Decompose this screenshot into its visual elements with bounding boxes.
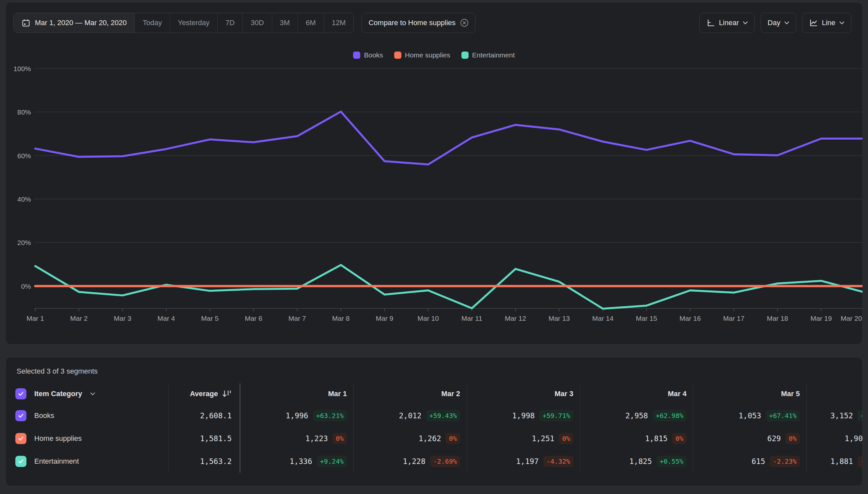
day-value: 615 xyxy=(752,457,765,466)
segment-cell: Home supplies xyxy=(15,427,169,450)
chart-type-dropdown-label: Line xyxy=(822,19,835,27)
chart-type-dropdown[interactable]: Line xyxy=(802,13,851,33)
date-range-group: Mar 1, 2020 — Mar 20, 2020 Today Yesterd… xyxy=(13,13,354,33)
x-axis-tick-label: Mar 14 xyxy=(592,315,614,322)
day-value: 1,251 xyxy=(532,434,554,443)
x-axis-tick-label: Mar 10 xyxy=(418,315,439,322)
quick-range-7d[interactable]: 7D xyxy=(217,13,243,33)
x-axis-tick-label: Mar 13 xyxy=(549,315,570,322)
day-header-cell xyxy=(807,383,863,404)
toolbar: Mar 1, 2020 — Mar 20, 2020 Today Yesterd… xyxy=(13,13,851,33)
quick-range-3m[interactable]: 3M xyxy=(272,13,298,33)
change-badge: +63.21% xyxy=(313,410,347,421)
quick-range-30d[interactable]: 30D xyxy=(243,13,271,33)
day-value: 1,998 xyxy=(512,412,534,420)
x-axis-tick-label: Mar 3 xyxy=(114,315,132,322)
y-axis-tick-label: 60% xyxy=(17,152,31,159)
day-value-cell: 1,8150% xyxy=(580,427,694,450)
quick-range-6m[interactable]: 6M xyxy=(298,13,324,33)
day-value-cell: 1,336+9.24% xyxy=(241,450,354,473)
legend-item[interactable]: Home supplies xyxy=(394,51,450,59)
day-header-cell: Mar 5 xyxy=(694,383,807,404)
checkmark-icon xyxy=(19,393,23,396)
x-axis-tick-label: Mar 19 xyxy=(811,315,832,322)
legend-swatch xyxy=(353,52,360,59)
change-badge: -4.32% xyxy=(543,456,573,467)
day-value: 3,152 xyxy=(830,412,853,420)
table-header-row: Item CategoryAverageMar 1Mar 2Mar 3Mar 4… xyxy=(15,383,863,404)
x-axis-tick-label: Mar 20 xyxy=(841,315,862,322)
day-value: 629 xyxy=(767,434,781,443)
day-value: 1,336 xyxy=(290,457,312,466)
day-value-cell: 1,90 xyxy=(807,427,863,450)
average-value: 1,563.2 xyxy=(200,457,232,466)
change-badge: 0% xyxy=(786,433,800,444)
x-axis-tick-label: Mar 11 xyxy=(461,315,482,322)
scale-dropdown[interactable]: Linear xyxy=(699,13,755,33)
change-badge: +0.55% xyxy=(657,456,686,467)
day-value-cell: 1,996+63.21% xyxy=(241,404,354,427)
average-cell: 1,581.5 xyxy=(169,427,241,450)
y-axis-tick-label: 40% xyxy=(17,195,31,203)
day-value: 1,825 xyxy=(629,457,652,466)
segments-table-card: Selected 3 of 3 segments Item CategoryAv… xyxy=(5,357,863,486)
quick-range-12m[interactable]: 12M xyxy=(324,13,354,33)
day-value: 1,228 xyxy=(403,457,426,466)
day-header-label: Mar 3 xyxy=(555,390,573,398)
x-axis-tick-label: Mar 15 xyxy=(636,315,657,322)
x-axis-tick-label: Mar 12 xyxy=(505,315,526,322)
legend-item[interactable]: Entertainment xyxy=(461,51,515,59)
change-badge: +59.71% xyxy=(540,410,573,421)
average-header-label: Average xyxy=(190,390,218,398)
segment-checkbox[interactable] xyxy=(15,433,26,444)
day-value: 1,996 xyxy=(285,412,308,420)
segment-checkbox[interactable] xyxy=(15,410,26,421)
change-badge: 0% xyxy=(672,433,686,444)
day-value-cell: 2,958+62.98% xyxy=(580,404,694,427)
average-header-cell[interactable]: Average xyxy=(169,383,241,404)
legend-item[interactable]: Books xyxy=(353,51,383,59)
day-value: 1,90 xyxy=(845,434,863,443)
day-header-cell: Mar 4 xyxy=(580,383,694,404)
line-chart-icon xyxy=(809,19,818,27)
x-axis-tick-label: Mar 7 xyxy=(288,315,306,322)
average-value: 2,608.1 xyxy=(200,412,232,420)
sort-descending-icon[interactable] xyxy=(222,390,232,398)
average-value: 1,581.5 xyxy=(200,434,232,443)
remove-compare-icon[interactable] xyxy=(460,19,469,27)
day-value-cell: 615-2.23% xyxy=(694,450,807,473)
x-axis-tick-label: Mar 18 xyxy=(767,315,788,322)
day-value-cell: 1,228-2.69% xyxy=(354,450,467,473)
quick-range-today[interactable]: Today xyxy=(134,13,170,33)
day-value-cell: 2,012+59.43% xyxy=(354,404,467,427)
day-value: 1,881 xyxy=(830,457,853,466)
chevron-down-icon xyxy=(743,21,748,24)
day-value-cell: 1,998+59.71% xyxy=(467,404,580,427)
y-axis-tick-label: 20% xyxy=(17,239,31,246)
y-axis-tick-label: 100% xyxy=(13,65,31,72)
day-header-cell: Mar 1 xyxy=(241,383,354,404)
chevron-down-icon[interactable] xyxy=(90,392,95,396)
compare-chip[interactable]: Compare to Home supplies xyxy=(362,13,475,33)
change-badge: +59.43% xyxy=(426,410,460,421)
segment-label: Entertainment xyxy=(34,457,79,466)
table-row: Home supplies1,581.51,2230%1,2620%1,2510… xyxy=(15,427,863,450)
day-value: 1,262 xyxy=(419,434,441,443)
day-header-label: Mar 2 xyxy=(441,390,460,398)
segment-checkbox[interactable] xyxy=(15,456,26,467)
quick-range-yesterday[interactable]: Yesterday xyxy=(170,13,217,33)
date-range-button[interactable]: Mar 1, 2020 — Mar 20, 2020 xyxy=(14,13,134,33)
segments-table: Item CategoryAverageMar 1Mar 2Mar 3Mar 4… xyxy=(15,383,863,473)
legend-label: Books xyxy=(364,51,383,59)
x-axis-tick-label: Mar 5 xyxy=(201,315,219,322)
day-value-cell: 3,152+6 xyxy=(807,404,863,427)
granularity-dropdown[interactable]: Day xyxy=(761,13,796,33)
day-value: 1,223 xyxy=(305,434,328,443)
x-axis-tick-label: Mar 8 xyxy=(332,315,350,322)
day-value-cell: 1,2230% xyxy=(241,427,354,450)
change-badge: +67.41% xyxy=(766,410,800,421)
average-cell: 1,563.2 xyxy=(169,450,241,473)
category-header-label[interactable]: Item Category xyxy=(34,390,82,398)
segment-checkbox[interactable] xyxy=(15,388,26,399)
checkmark-icon xyxy=(19,414,23,417)
